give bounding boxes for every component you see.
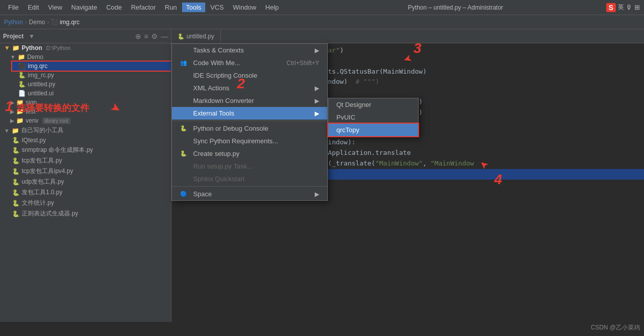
dropdown-external-tools[interactable]: External Tools ▶ (172, 107, 327, 120)
dropdown-python-console[interactable]: 🐍 Python or Debug Console (172, 122, 327, 135)
udp-send-label: udp发包工具.py (22, 178, 64, 186)
sidebar-item-tcp-send-ipv4[interactable]: 🐍 tcp发包工具ipv4.py (6, 166, 171, 177)
menu-help[interactable]: Help (261, 3, 283, 12)
submenu-qt-designer[interactable]: Qt Designer (328, 98, 418, 111)
sidebar-item-udp-send[interactable]: 🐍 udp发包工具.py (6, 177, 171, 187)
sidebar-item-demo[interactable]: ▼ 📁 Demo (6, 52, 171, 62)
file-stat-label: 文件统计.py (22, 199, 54, 207)
dropdown-sync-python[interactable]: Sync Python Requirements... (172, 135, 327, 147)
breadcrumb-sep-1: › (25, 19, 27, 26)
tasks-label: Tasks & Contexts (193, 46, 311, 54)
create-setup-icon: 🐍 (180, 150, 189, 157)
submenu-pvuic[interactable]: PvUIC (328, 111, 418, 124)
venv-badge: library root (42, 118, 70, 124)
breadcrumb-filename[interactable]: img.qrc (60, 19, 79, 26)
sidebar-item-send-tool[interactable]: 🐍 发包工具1.0.py (6, 187, 171, 198)
dropdown-space[interactable]: 🔵 Space ▶ (172, 188, 327, 200)
python-path: D:\Python (46, 45, 71, 51)
menu-view[interactable]: View (44, 3, 66, 12)
sidebar-collapse-icon[interactable]: ≡ (144, 32, 148, 40)
sidebar-item-file-stat[interactable]: 🐍 文件统计.py (6, 198, 171, 208)
sidebar-item-img-rc-py[interactable]: 🐍 img_rc.py (12, 71, 171, 80)
chevron-right-icon-sign: ▶ (10, 99, 14, 106)
img-rc-py-label: img_rc.py (28, 72, 54, 79)
regex-gen-label: 正则表达式生成器.py (22, 209, 78, 218)
sogou-icon: S (606, 3, 616, 12)
py-icon-udp: 🐍 (12, 179, 20, 186)
test-label: test (26, 108, 35, 115)
iqtest-label: IQtest.py (22, 137, 46, 144)
py-icon-tcp: 🐍 (12, 157, 20, 164)
window-title: Python – untitled.py – Administrator (305, 4, 606, 11)
sidebar-item-python[interactable]: ▼ 📁 Python D:\Python (0, 43, 171, 52)
send-tool-label: 发包工具1.0.py (22, 188, 63, 197)
title-bar: File Edit View Navigate Code Refactor Ru… (0, 0, 644, 15)
breadcrumb-demo[interactable]: Demo (29, 19, 45, 26)
tab-label: untitled.py (187, 33, 214, 40)
sidebar: Project ▼ ⊕ ≡ ⚙ — ▼ 📁 Python D:\Python ▼… (0, 29, 171, 322)
demo-label: Demo (27, 53, 43, 61)
untitled-py-label: untitled.py (28, 81, 55, 88)
menu-code[interactable]: Code (102, 3, 126, 12)
python-console-label: Python or Debug Console (193, 125, 319, 132)
dropdown-ide-scripting[interactable]: IDE Scripting Console (172, 69, 327, 82)
sidebar-dropdown-icon[interactable]: ▼ (29, 33, 35, 40)
tcp-send-ipv4-label: tcp发包工具ipv4.py (22, 167, 73, 176)
mic-icon: 🎙 (626, 4, 632, 11)
py-icon-iqtest: 🐍 (12, 137, 20, 144)
menu-window[interactable]: Window (229, 3, 260, 12)
menu-navigate[interactable]: Navigate (67, 3, 101, 12)
py-icon-1: 🐍 (18, 72, 26, 79)
main-layout: Project ▼ ⊕ ≡ ⚙ — ▼ 📁 Python D:\Python ▼… (0, 29, 644, 322)
folder-icon-custom: 📁 (12, 127, 19, 134)
menu-run[interactable]: Run (161, 3, 181, 12)
menu-bar: File Edit View Navigate Code Refactor Ru… (4, 3, 305, 12)
breadcrumb-python[interactable]: Python (4, 19, 23, 26)
sidebar-item-sign[interactable]: ▶ 📁 sign (6, 98, 171, 107)
untitled-ui-label: untitled.ui (28, 90, 53, 97)
dropdown-tasks[interactable]: Tasks & Contexts ▶ (172, 44, 327, 57)
tcp-send-label: tcp发包工具.py (22, 156, 62, 165)
folder-icon-sign: 📁 (16, 99, 24, 106)
sign-label: sign (26, 99, 37, 106)
breadcrumb-sep-2: › (47, 19, 49, 26)
sidebar-add-icon[interactable]: ⊕ (135, 32, 141, 40)
sidebar-item-untitled-ui[interactable]: 📄 untitled.ui (12, 89, 171, 98)
submenu-qrctopy[interactable]: qrcTopy (328, 124, 418, 136)
menu-edit[interactable]: Edit (24, 3, 43, 12)
editor-area: 🐍 untitled.py 28 .setObjectName("menubar… (171, 29, 644, 322)
menu-tools[interactable]: Tools (182, 3, 205, 12)
menu-vcs[interactable]: VCS (206, 3, 228, 12)
tab-untitled-py[interactable]: 🐍 untitled.py (171, 30, 221, 43)
sidebar-item-untitled-py[interactable]: 🐍 untitled.py (12, 80, 171, 89)
space-icon: 🔵 (180, 191, 189, 197)
sidebar-item-regex-gen[interactable]: 🐍 正则表达式生成器.py (6, 208, 171, 219)
dropdown-xml-actions[interactable]: XML Actions ▶ (172, 82, 327, 94)
sidebar-item-snmptrap[interactable]: 🐍 snmptrap 命令生成脚本.py (6, 145, 171, 155)
sidebar-item-tcp-send[interactable]: 🐍 tcp发包工具.py (6, 155, 171, 166)
space-arrow-icon: ▶ (315, 191, 319, 198)
dropdown-create-setup[interactable]: 🐍 Create setup.py (172, 147, 327, 160)
ide-scripting-label: IDE Scripting Console (193, 72, 319, 79)
qrctopy-label: qrcTopy (336, 126, 360, 134)
sidebar-item-test[interactable]: ▶ 📁 test (6, 107, 171, 116)
menu-file[interactable]: File (4, 3, 23, 12)
dropdown-markdown[interactable]: Markdown Converter ▶ (172, 94, 327, 107)
menu-refactor[interactable]: Refactor (127, 3, 160, 12)
system-tray: S 英 🎙 ⊞ (606, 3, 640, 12)
sidebar-item-custom-tools[interactable]: ▼ 📁 自己写的小工具 (0, 125, 171, 136)
custom-tools-label: 自己写的小工具 (21, 126, 64, 135)
grid-icon: ⊞ (634, 4, 640, 11)
folder-icon-venv: 📁 (16, 117, 24, 124)
xml-actions-label: XML Actions (193, 84, 311, 92)
qrc-icon: ⬛ (18, 63, 26, 70)
dropdown-code-with-me[interactable]: 👥 Code With Me... Ctrl+Shift+Y (172, 57, 327, 69)
folder-icon-demo: 📁 (18, 53, 25, 61)
sidebar-hide-icon[interactable]: — (161, 32, 168, 40)
sidebar-item-iqtest[interactable]: 🐍 IQtest.py (6, 136, 171, 145)
sidebar-item-img-qrc[interactable]: ⬛ img.qrc (12, 62, 171, 71)
snmptrap-label: snmptrap 命令生成脚本.py (22, 146, 93, 154)
dropdown-sphinx: Sphinx Quickstart (172, 173, 327, 185)
sidebar-item-venv[interactable]: ▶ 📁 venv library root (6, 116, 171, 125)
sidebar-settings-icon[interactable]: ⚙ (151, 32, 158, 40)
